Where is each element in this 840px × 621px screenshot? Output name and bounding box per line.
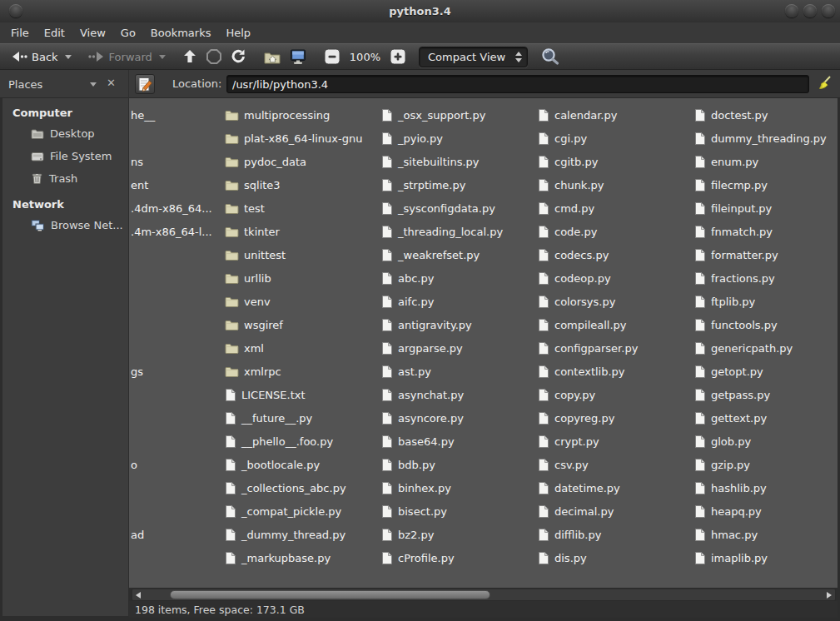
folder-item[interactable]: test (225, 196, 265, 220)
maximize-button[interactable] (803, 4, 817, 17)
zoom-out-button[interactable] (320, 46, 345, 67)
file-item[interactable]: __phello__.foo.py (225, 430, 333, 453)
sidebar-item-desktop[interactable]: Desktop (2, 122, 128, 145)
file-item[interactable]: bz2.py (381, 523, 434, 546)
places-pane-header[interactable]: Places ✕ (0, 70, 129, 98)
folder-item[interactable]: urllib (225, 266, 271, 290)
file-item[interactable]: asynchat.py (381, 383, 464, 406)
file-item[interactable]: _dummy_thread.py (225, 523, 345, 546)
file-item-clipped[interactable]: ent (131, 173, 148, 196)
file-item[interactable]: _pyio.py (381, 127, 443, 150)
file-item[interactable]: codecs.py (538, 243, 609, 266)
file-item[interactable]: codeop.py (538, 266, 611, 290)
clear-location-button[interactable] (813, 74, 834, 94)
file-item[interactable]: cmd.py (538, 196, 594, 220)
file-item[interactable]: _weakrefset.py (381, 243, 480, 266)
file-item[interactable]: hmac.py (694, 523, 758, 546)
file-item[interactable]: decimal.py (538, 499, 614, 523)
back-button[interactable]: Back (7, 47, 76, 66)
file-item[interactable]: fractions.py (694, 266, 775, 290)
forward-history-caret-icon[interactable] (159, 55, 166, 59)
search-button[interactable] (536, 45, 564, 68)
file-item[interactable]: copy.py (538, 383, 595, 406)
file-item-clipped[interactable]: ns (131, 150, 143, 173)
file-item[interactable]: hashlib.py (694, 476, 767, 499)
forward-button[interactable]: Forward (84, 47, 170, 66)
menu-edit[interactable]: Edit (37, 24, 72, 42)
places-close-icon[interactable]: ✕ (107, 77, 116, 89)
folder-item[interactable]: tkinter (225, 220, 280, 243)
file-item[interactable]: abc.py (381, 266, 434, 290)
file-item[interactable]: gzip.py (694, 453, 750, 476)
file-item[interactable]: _osx_support.py (381, 103, 485, 127)
desktop-button[interactable] (285, 47, 311, 67)
minimize-button[interactable] (785, 4, 798, 17)
close-button[interactable] (822, 4, 835, 17)
file-item[interactable]: gettext.py (694, 406, 767, 430)
file-item[interactable]: getpass.py (694, 383, 770, 406)
file-item[interactable]: LICENSE.txt (225, 383, 306, 406)
folder-item[interactable]: xml (225, 336, 264, 360)
folder-item[interactable]: wsgiref (225, 313, 283, 336)
file-item[interactable]: cgi.py (538, 127, 587, 150)
edit-path-button[interactable] (135, 74, 155, 94)
file-item[interactable]: fileinput.py (694, 196, 772, 220)
menu-go[interactable]: Go (113, 24, 143, 42)
folder-item[interactable]: multiprocessing (225, 103, 330, 127)
file-item[interactable]: __future__.py (225, 406, 312, 430)
file-item[interactable]: bisect.py (381, 499, 447, 523)
folder-item[interactable]: pydoc_data (225, 150, 306, 173)
stop-button[interactable] (201, 46, 226, 67)
file-item[interactable]: ftplib.py (694, 290, 755, 313)
file-item[interactable]: _markupbase.py (225, 546, 331, 569)
file-item[interactable]: _compat_pickle.py (225, 499, 341, 523)
file-item[interactable]: compileall.py (538, 313, 627, 336)
places-caret-icon[interactable] (90, 82, 97, 87)
folder-item[interactable]: venv (225, 290, 271, 313)
file-item-clipped[interactable]: .4m-x86_64-l... (131, 220, 212, 243)
view-mode-dropdown[interactable]: Compact View (419, 47, 528, 67)
location-input[interactable] (226, 75, 809, 93)
file-item[interactable]: _strptime.py (381, 173, 465, 196)
file-item[interactable]: fnmatch.py (694, 220, 773, 243)
file-item[interactable]: ast.py (381, 360, 431, 383)
file-item-clipped[interactable]: o (131, 453, 137, 476)
file-item-clipped[interactable]: ad (131, 523, 144, 546)
folder-item[interactable]: xmlrpc (225, 360, 281, 383)
file-item[interactable]: colorsys.py (538, 290, 615, 313)
file-item[interactable]: genericpath.py (694, 336, 793, 360)
file-item[interactable]: base64.py (381, 430, 455, 453)
menu-file[interactable]: File (3, 24, 37, 42)
file-item[interactable]: csv.py (538, 453, 589, 476)
file-item[interactable]: calendar.py (538, 103, 617, 127)
file-item[interactable]: _sysconfigdata.py (381, 196, 495, 220)
file-item[interactable]: _collections_abc.py (225, 476, 346, 499)
file-item[interactable]: formatter.py (694, 243, 778, 266)
file-item[interactable]: antigravity.py (381, 313, 472, 336)
folder-item[interactable]: plat-x86_64-linux-gnu (225, 127, 362, 150)
file-item[interactable]: heapq.py (694, 499, 762, 523)
sidebar-item-file-system[interactable]: File System (2, 145, 128, 167)
scrollbar-thumb[interactable] (170, 590, 490, 599)
file-item-clipped[interactable]: gs (131, 360, 143, 383)
back-history-caret-icon[interactable] (65, 55, 72, 59)
file-item[interactable]: aifc.py (381, 290, 434, 313)
file-item-clipped[interactable]: he__ (131, 103, 155, 127)
file-item[interactable]: cProfile.py (381, 546, 455, 569)
file-item[interactable]: glob.py (694, 430, 751, 453)
file-item[interactable]: _threading_local.py (381, 220, 503, 243)
file-item[interactable]: code.py (538, 220, 597, 243)
file-item[interactable]: difflib.py (538, 523, 601, 546)
home-button[interactable] (260, 47, 285, 67)
file-item[interactable]: datetime.py (538, 476, 620, 499)
file-item[interactable]: filecmp.py (694, 173, 768, 196)
file-item[interactable]: bdb.py (381, 453, 435, 476)
folder-item[interactable]: unittest (225, 243, 286, 266)
file-item[interactable]: _bootlocale.py (225, 453, 320, 476)
file-item[interactable]: _sitebuiltins.py (381, 150, 480, 173)
reload-button[interactable] (226, 46, 251, 67)
horizontal-scrollbar[interactable] (132, 589, 836, 601)
menu-help[interactable]: Help (218, 24, 258, 42)
file-item[interactable]: enum.py (694, 150, 758, 173)
file-item[interactable]: chunk.py (538, 173, 604, 196)
